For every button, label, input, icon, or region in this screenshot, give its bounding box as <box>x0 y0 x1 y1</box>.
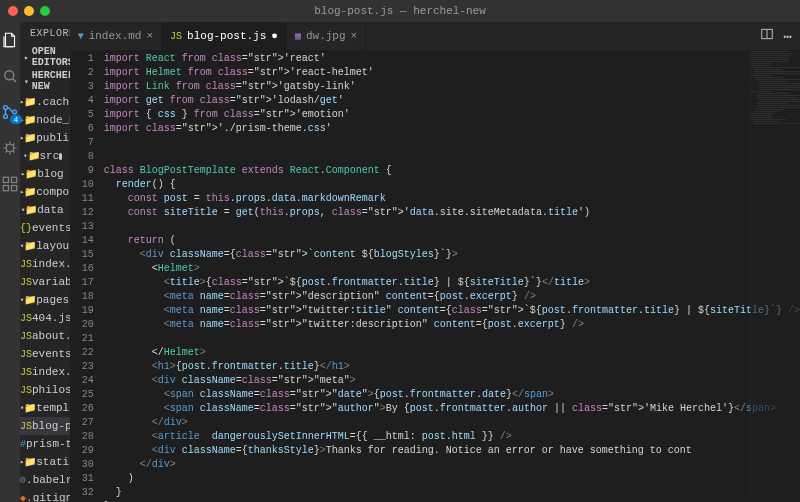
tree-item-label: philosophy.js <box>32 384 70 396</box>
debug-activity-icon[interactable] <box>0 138 20 158</box>
modified-indicator-icon <box>59 153 61 160</box>
tree-item-label: layouts <box>36 240 69 252</box>
tree-item-public[interactable]: ▸📁public <box>20 129 70 147</box>
tree-item-404-js[interactable]: JS404.js <box>20 309 70 327</box>
tree-item-label: .cache <box>36 96 69 108</box>
svg-rect-6 <box>12 177 17 182</box>
minimize-window-button[interactable] <box>24 6 34 16</box>
close-tab-icon[interactable]: × <box>351 30 358 42</box>
tree-item-label: blog <box>37 168 63 180</box>
tab-actions: ⋯ <box>752 22 800 50</box>
svg-point-3 <box>13 110 17 114</box>
traffic-lights <box>0 6 50 16</box>
tree-item-label: 404.js <box>32 312 70 324</box>
tab-blog-post-js[interactable]: JSblog-post.js● <box>162 22 287 50</box>
tab-dw-jpg[interactable]: ▦dw.jpg× <box>287 22 366 50</box>
tree-item-events-json[interactable]: {}events.json <box>20 219 70 237</box>
tree-item-label: components <box>36 186 69 198</box>
tree-item-node-modules[interactable]: ▸📁node_modules <box>20 111 70 129</box>
svg-point-2 <box>4 115 8 119</box>
tree-item-blog-post-js[interactable]: JSblog-post.js <box>20 417 70 435</box>
tree-item-about-js[interactable]: JSabout.js <box>20 327 70 345</box>
main-layout: 4 EXPLORER ▸OPEN EDITORS ▾HERCHEL-NEW ▸📁… <box>0 22 800 502</box>
tree-item-templates[interactable]: ▾📁templates <box>20 399 70 417</box>
tree-item-label: src <box>40 150 60 162</box>
tree-item-static[interactable]: ▸📁static <box>20 453 70 471</box>
editor-area: ▼index.md×JSblog-post.js●▦dw.jpg× ⋯ 1234… <box>70 22 800 502</box>
project-label: HERCHEL-NEW <box>32 70 70 92</box>
tab-file-icon: JS <box>170 31 182 42</box>
tree-item-label: templates <box>36 402 69 414</box>
tree-item-philosophy-js[interactable]: JSphilosophy.js <box>20 381 70 399</box>
maximize-window-button[interactable] <box>40 6 50 16</box>
tab-label: blog-post.js <box>187 30 266 42</box>
tree-item-label: pages <box>36 294 69 306</box>
line-gutter: 1234567891011121314151617181920212223242… <box>70 50 104 502</box>
tree-item-label: events.js <box>32 348 70 360</box>
tree-item-index-js[interactable]: JSindex.js <box>20 363 70 381</box>
tab-label: index.md <box>89 30 142 42</box>
tree-item-events-js[interactable]: JSevents.js <box>20 345 70 363</box>
tree-item-label: .babelrc <box>26 474 70 486</box>
code-editor[interactable]: import React from class="str">'react'imp… <box>104 50 800 502</box>
sidebar-title: EXPLORER <box>20 22 70 45</box>
tree-item-index-js[interactable]: JSindex.js <box>20 255 70 273</box>
svg-point-0 <box>5 71 14 80</box>
open-editors-label: OPEN EDITORS <box>32 46 70 68</box>
tab-bar: ▼index.md×JSblog-post.js●▦dw.jpg× ⋯ <box>70 22 800 50</box>
scm-activity-icon[interactable]: 4 <box>0 102 20 122</box>
search-activity-icon[interactable] <box>0 66 20 86</box>
explorer-activity-icon[interactable] <box>0 30 20 50</box>
tab-index-md[interactable]: ▼index.md× <box>70 22 162 50</box>
sidebar: EXPLORER ▸OPEN EDITORS ▾HERCHEL-NEW ▸📁.c… <box>20 22 70 502</box>
scm-badge: 4 <box>10 115 22 124</box>
tree-item-label: events.json <box>32 222 70 234</box>
tree-item-blog[interactable]: ▸📁blog <box>20 165 70 183</box>
tree-item-label: prism-theme.css <box>26 438 70 450</box>
project-section[interactable]: ▾HERCHEL-NEW <box>20 69 70 93</box>
tree-item-label: public <box>36 132 69 144</box>
tree-item--gitignore[interactable]: ◆.gitignore <box>20 489 70 502</box>
tree-item-label: about.js <box>32 330 70 342</box>
tree-item-data[interactable]: ▾📁data <box>20 201 70 219</box>
tree-item-src[interactable]: ▾📁src <box>20 147 70 165</box>
tree-item--babelrc[interactable]: ⚙.babelrc <box>20 471 70 489</box>
svg-rect-7 <box>3 186 8 191</box>
tab-label: dw.jpg <box>306 30 346 42</box>
tree-item-prism-theme-css[interactable]: #prism-theme.css <box>20 435 70 453</box>
tree-item-label: node_modules <box>36 114 69 126</box>
svg-point-1 <box>4 106 8 110</box>
tree-item-label: .gitignore <box>26 492 70 502</box>
tab-file-icon: ▦ <box>295 30 301 42</box>
tree-item-label: static <box>36 456 69 468</box>
extensions-activity-icon[interactable] <box>0 174 20 194</box>
tree-item-label: blog-post.js <box>32 420 70 432</box>
activity-bar: 4 <box>0 22 20 502</box>
tree-item-pages[interactable]: ▾📁pages <box>20 291 70 309</box>
tree-item--cache[interactable]: ▸📁.cache <box>20 93 70 111</box>
window-title: blog-post.js — herchel-new <box>314 5 486 17</box>
tree-item-components[interactable]: ▸📁components <box>20 183 70 201</box>
close-tab-icon[interactable]: × <box>146 30 153 42</box>
modified-indicator-icon[interactable]: ● <box>271 30 278 42</box>
minimap[interactable] <box>750 50 800 500</box>
close-window-button[interactable] <box>8 6 18 16</box>
tree-item-label: index.js <box>32 366 70 378</box>
tree-item-label: data <box>37 204 63 216</box>
tree-item-label: variables.js <box>32 276 70 288</box>
code-container: 1234567891011121314151617181920212223242… <box>70 50 800 502</box>
tree-item-layouts[interactable]: ▾📁layouts <box>20 237 70 255</box>
svg-rect-8 <box>12 186 17 191</box>
split-editor-icon[interactable] <box>760 27 774 45</box>
file-tree: ▸📁.cache▸📁node_modules▸📁public▾📁src▸📁blo… <box>20 93 70 502</box>
tree-item-variables-js[interactable]: JSvariables.js <box>20 273 70 291</box>
title-bar: blog-post.js — herchel-new <box>0 0 800 22</box>
svg-rect-5 <box>3 177 8 182</box>
open-editors-section[interactable]: ▸OPEN EDITORS <box>20 45 70 69</box>
tab-file-icon: ▼ <box>78 31 84 42</box>
tree-item-label: index.js <box>32 258 70 270</box>
more-actions-icon[interactable]: ⋯ <box>784 28 792 45</box>
